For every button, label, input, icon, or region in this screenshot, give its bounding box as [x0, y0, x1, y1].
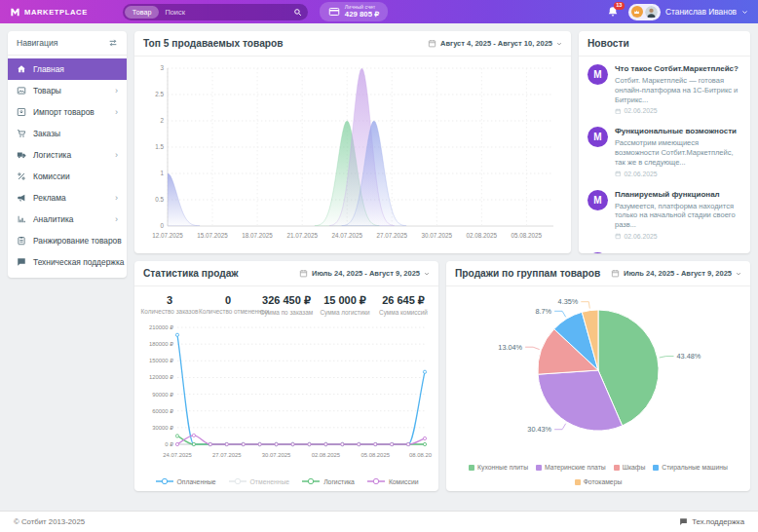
news-item[interactable]: MЗачем нужны подписные бизнес-модели для… [579, 245, 750, 253]
calendar-icon [611, 269, 620, 278]
news-item[interactable]: MФункциональные возможностиРассмотрим им… [579, 119, 750, 181]
products-icon [17, 86, 26, 95]
footer: © Сотбит 2013-2025 Тех.поддержка [0, 511, 758, 532]
sidebar-item-ranking[interactable]: Ранжирование товаров [8, 230, 127, 251]
legend-item[interactable]: Кухонные плиты [469, 464, 528, 471]
news-item-title: Функциональные возможности [615, 127, 741, 136]
top5-date-range-picker[interactable]: Август 4, 2025 - Август 10, 2025 [428, 39, 562, 48]
news-item[interactable]: MПланируемый функционалРазумеется, платф… [579, 182, 750, 245]
search-input[interactable] [159, 8, 292, 17]
svg-text:90000 ₽: 90000 ₽ [152, 392, 173, 398]
search-category-button[interactable]: Товар [125, 6, 160, 19]
sidebar-item-main[interactable]: Главная [8, 58, 127, 80]
sidebar-item-label: Техническая поддержка [33, 257, 124, 267]
sales-stats-date-range-picker[interactable]: Июль 24, 2025 - Август 9, 2025 [299, 269, 430, 278]
sidebar: Навигация ГлавнаяТовары›Импорт товаров›З… [8, 31, 127, 278]
legend-item[interactable]: Логистика [301, 477, 355, 485]
sales-kpi-row: 3Количество заказов0Количество отмененны… [134, 286, 438, 318]
sidebar-title: Навигация [17, 38, 57, 48]
analytics-icon [17, 214, 26, 224]
legend-label: Стиральные машины [662, 464, 728, 471]
legend-label: Оплаченные [177, 478, 216, 485]
sidebar-item-analytics[interactable]: Аналитика› [8, 209, 127, 230]
top5-title: Топ 5 продаваемых товаров [143, 38, 284, 49]
sidebar-item-support[interactable]: Техническая поддержка [8, 251, 127, 273]
news-item-title: Что такое Сотбит.Маркетплейс? [615, 64, 741, 74]
marketplace-logo[interactable]: MARKETPLACE [10, 7, 88, 18]
top5-card: Топ 5 продаваемых товаров Август 4, 2025… [134, 31, 571, 253]
legend-item[interactable]: Шкафы [614, 464, 646, 471]
kpi-stat: 3Количество заказов [140, 294, 199, 316]
news-item-date: 02.06.2025 [615, 233, 741, 240]
legend-marker-icon [301, 477, 321, 485]
calendar-icon [428, 39, 436, 48]
search-icon[interactable] [293, 8, 302, 17]
notifications-button[interactable]: 13 [607, 6, 619, 18]
topbar: MARKETPLACE Товар Личный счет 429 805 ₽ … [0, 0, 758, 23]
marketplace-logo-icon [10, 7, 20, 18]
chevron-right-icon: › [115, 87, 118, 95]
account-balance-widget[interactable]: Личный счет 429 805 ₽ [320, 2, 388, 20]
commissions-icon [17, 171, 26, 181]
kpi-stat: 15 000 ₽Сумма логистики [316, 294, 374, 316]
sidebar-nav: ГлавнаяТовары›Импорт товаров›ЗаказыЛогис… [8, 58, 127, 273]
kpi-value: 26 645 ₽ [374, 294, 433, 307]
news-title: Новости [587, 38, 629, 49]
sidebar-item-label: Импорт товаров [33, 107, 95, 117]
news-item-title: Зачем нужны подписные бизнес-модели для … [615, 252, 741, 253]
legend-item[interactable]: Фотокамеры [575, 478, 623, 485]
legend-item[interactable]: Материнские платы [536, 464, 606, 471]
legend-item[interactable]: Оплаченные [155, 477, 216, 485]
sidebar-item-label: Комиссии [33, 171, 70, 181]
sidebar-item-logistics[interactable]: Логистика› [8, 144, 127, 166]
legend-marker-icon [366, 477, 386, 485]
news-item-title: Планируемый функционал [615, 190, 741, 200]
sidebar-item-products[interactable]: Товары› [8, 80, 127, 101]
svg-text:30.07.2025: 30.07.2025 [262, 452, 291, 458]
sales-groups-date-range: Июль 24, 2025 - Август 9, 2025 [624, 269, 732, 278]
sotbit-logo-icon: M [587, 190, 608, 210]
user-avatar-group [628, 4, 661, 20]
orders-icon [17, 129, 26, 138]
chevron-right-icon: › [115, 194, 118, 203]
svg-text:21.07.2025: 21.07.2025 [286, 232, 318, 239]
legend-item[interactable]: Комиссии [366, 477, 419, 485]
kpi-value: 326 450 ₽ [257, 294, 316, 307]
news-list: MЧто такое Сотбит.Маркетплейс?Сотбит. Ма… [579, 57, 750, 253]
sidebar-item-ads[interactable]: Реклама› [8, 187, 127, 209]
sidebar-item-commissions[interactable]: Комиссии [8, 166, 127, 187]
avatar [645, 6, 658, 19]
news-item[interactable]: MЧто такое Сотбит.Маркетплейс?Сотбит. Ма… [579, 57, 750, 119]
kpi-stat: 326 450 ₽Сумма по заказам [257, 294, 316, 316]
kpi-value: 15 000 ₽ [316, 294, 374, 307]
legend-item[interactable]: Стиральные машины [653, 464, 728, 471]
legend-item[interactable]: Отмененные [228, 477, 290, 485]
svg-text:30000 ₽: 30000 ₽ [152, 425, 173, 431]
ranking-icon [17, 236, 26, 246]
ads-icon [17, 193, 26, 203]
user-menu[interactable]: Станислав Иванов [628, 4, 748, 20]
chevron-down-icon [736, 271, 741, 277]
sales-groups-date-range-picker[interactable]: Июль 24, 2025 - Август 9, 2025 [611, 269, 741, 278]
sidebar-item-import[interactable]: Импорт товаров› [8, 101, 127, 123]
sales-legend: ОплаченныеОтмененныеЛогистикаКомиссии [134, 475, 438, 491]
notifications-badge: 13 [614, 2, 625, 10]
chevron-down-icon [556, 41, 562, 47]
svg-text:4.35%: 4.35% [558, 297, 579, 306]
sidebar-item-label: Заказы [33, 129, 60, 138]
svg-text:8.7%: 8.7% [535, 307, 551, 316]
kpi-label: Сумма комиссий [374, 309, 433, 316]
sidebar-item-label: Товары [33, 86, 61, 95]
svg-text:08.08.20: 08.08.20 [409, 452, 433, 458]
legend-label: Материнские платы [545, 464, 606, 471]
svg-text:120000 ₽: 120000 ₽ [149, 374, 173, 380]
brand-name: MARKETPLACE [24, 8, 88, 17]
tech-support-link[interactable]: Тех.поддержка [679, 517, 744, 526]
kpi-stat: 26 645 ₽Сумма комиссий [374, 294, 433, 316]
legend-marker-icon [155, 477, 174, 485]
collapse-sidebar-icon[interactable] [108, 38, 118, 48]
top5-date-range: Август 4, 2025 - Август 10, 2025 [440, 39, 552, 48]
svg-text:3: 3 [160, 64, 164, 71]
svg-text:1.5: 1.5 [155, 143, 164, 150]
sidebar-item-orders[interactable]: Заказы [8, 123, 127, 144]
